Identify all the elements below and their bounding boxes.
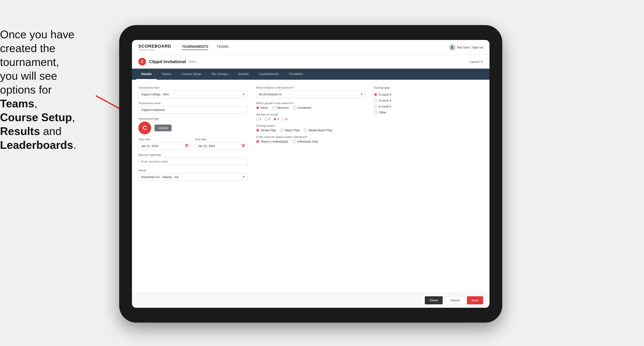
division-select[interactable]: NCAA Division III bbox=[256, 91, 365, 98]
scoring-stroke-label: Stroke Play bbox=[261, 129, 276, 132]
venue-select[interactable]: Peachtree GC - Atlanta - GA bbox=[138, 173, 248, 181]
gender-mens-radio[interactable] bbox=[256, 106, 260, 109]
format-5count4-option[interactable]: 5 count 4 bbox=[374, 93, 483, 96]
gender-mens-option[interactable]: Mens bbox=[256, 106, 268, 109]
individuals-only-option[interactable]: Individuals Only bbox=[292, 140, 318, 143]
gender-combined-option[interactable]: Combined bbox=[293, 106, 311, 109]
tournament-name-group: Tournament name bbox=[138, 102, 248, 114]
nav-tournaments[interactable]: TOURNAMENTS bbox=[182, 45, 208, 50]
tab-teams[interactable]: Teams bbox=[157, 69, 176, 80]
logo-title: SCOREBOARD bbox=[138, 44, 171, 49]
scoring-stroke-radio[interactable] bbox=[256, 129, 260, 132]
individuals-only-label: Individuals Only bbox=[297, 140, 318, 143]
rounds-label: Number of rounds bbox=[256, 113, 365, 116]
tabs-bar: Details Teams Course Setup Tee Groups Re… bbox=[132, 69, 490, 80]
rounds-radio-group: 1 2 3 4 bbox=[256, 117, 365, 121]
round-1-radio[interactable] bbox=[256, 118, 259, 121]
scoring-label: Scoring system bbox=[256, 124, 365, 127]
logo-upload-row: C Upload bbox=[138, 122, 248, 134]
delete-button[interactable]: Delete bbox=[425, 296, 443, 304]
end-date-calendar-icon: 📅 bbox=[241, 144, 246, 148]
round-4-radio[interactable] bbox=[282, 118, 285, 121]
scoring-match-radio[interactable] bbox=[280, 129, 284, 132]
scoring-match-label: Match Play bbox=[285, 129, 300, 132]
round-3-radio[interactable] bbox=[274, 118, 276, 121]
gender-womens-radio[interactable] bbox=[272, 106, 276, 109]
round-4-option[interactable]: 4 bbox=[282, 117, 288, 121]
gender-womens-option[interactable]: Womens bbox=[272, 106, 289, 109]
logo-sub: Powered by clippd bbox=[138, 49, 171, 51]
round-2-option[interactable]: 2 bbox=[265, 117, 270, 121]
teams-group: Is this event for Teams and/or Individua… bbox=[256, 135, 365, 143]
tournament-name: Clippd Invitational bbox=[149, 59, 186, 64]
format-6count5-option[interactable]: 6 count 5 bbox=[374, 105, 483, 108]
format-6count5-label: 6 count 5 bbox=[379, 105, 392, 108]
format-other-radio[interactable] bbox=[374, 111, 377, 114]
gender-mens-label: Mens bbox=[261, 106, 268, 109]
round-3-option[interactable]: 3 bbox=[274, 117, 279, 121]
top-nav: SCOREBOARD Powered by clippd TOURNAMENTS… bbox=[132, 40, 490, 55]
scoring-radio-group: Stroke Play Match Play Medal Match Play bbox=[256, 129, 365, 132]
gender-combined-radio[interactable] bbox=[293, 106, 296, 109]
format-other-option[interactable]: Other bbox=[374, 111, 483, 114]
logo-preview: C bbox=[138, 122, 151, 134]
venue-group: Venue Peachtree GC - Atlanta - GA bbox=[138, 169, 248, 181]
start-date-input[interactable] bbox=[138, 142, 191, 150]
nav-links: TOURNAMENTS TEAMS bbox=[182, 45, 449, 50]
start-date-group: Start date 📅 bbox=[138, 138, 191, 150]
tournament-logo-group: Tournament logo C Upload bbox=[138, 117, 248, 134]
dates-row: Start date 📅 End date 📅 bbox=[138, 138, 248, 150]
individuals-only-radio[interactable] bbox=[292, 140, 296, 143]
cancel-header-button[interactable]: Cancel ✕ bbox=[470, 60, 483, 64]
scoring-medal-option[interactable]: Medal Match Play bbox=[304, 129, 332, 132]
tournament-host-select[interactable]: Clippd College - Men bbox=[138, 91, 248, 98]
sign-out-link[interactable]: Sign out bbox=[472, 46, 483, 49]
nav-teams[interactable]: TEAMS bbox=[217, 45, 228, 50]
venue-label: Venue bbox=[138, 169, 248, 172]
teams-label: Is this event for Teams and/or Individua… bbox=[256, 135, 365, 139]
tab-course-setup[interactable]: Course Setup bbox=[176, 69, 206, 80]
middle-column: Which division is the event for? NCAA Di… bbox=[256, 86, 365, 181]
format-6count4-option[interactable]: 6 count 4 bbox=[374, 99, 483, 102]
round-2-radio[interactable] bbox=[265, 118, 268, 121]
scoring-match-option[interactable]: Match Play bbox=[280, 129, 300, 132]
gender-womens-label: Womens bbox=[277, 106, 289, 109]
format-5count4-radio[interactable] bbox=[374, 93, 377, 96]
tournament-name-input[interactable] bbox=[138, 106, 248, 114]
scoring-medal-radio[interactable] bbox=[304, 129, 307, 132]
round-1-option[interactable]: 1 bbox=[256, 117, 261, 121]
tournament-icon: C bbox=[138, 58, 146, 65]
teams-plus-option[interactable]: Teams (+Individuals) bbox=[256, 140, 288, 143]
upload-button[interactable]: Upload bbox=[154, 125, 172, 131]
tournament-host-group: Tournament Host Clippd College - Men bbox=[138, 86, 248, 98]
round-2-label: 2 bbox=[268, 117, 270, 121]
sponsor-input[interactable] bbox=[138, 158, 248, 165]
right-column: Format type 5 count 4 6 count 4 6 count … bbox=[374, 86, 483, 181]
scoring-stroke-option[interactable]: Stroke Play bbox=[256, 129, 276, 132]
format-6count4-radio[interactable] bbox=[374, 99, 377, 102]
tab-details[interactable]: Details bbox=[136, 69, 157, 80]
bottom-bar: Delete Cancel Save bbox=[132, 293, 490, 308]
tournament-host-label: Tournament Host bbox=[138, 86, 248, 89]
gender-label: Which gender is the event for? bbox=[256, 102, 365, 105]
tab-results[interactable]: Results bbox=[233, 69, 254, 80]
end-date-group: End date 📅 bbox=[195, 138, 248, 150]
tab-tee-groups[interactable]: Tee Groups bbox=[206, 69, 233, 80]
user-label: Test User | bbox=[457, 46, 471, 49]
scoring-medal-label: Medal Match Play bbox=[308, 129, 332, 132]
tab-printables[interactable]: Printables bbox=[284, 69, 308, 80]
form-grid: Tournament Host Clippd College - Men Tou… bbox=[138, 86, 483, 181]
left-column: Tournament Host Clippd College - Men Tou… bbox=[138, 86, 248, 181]
round-4-label: 4 bbox=[286, 117, 288, 121]
format-6count5-radio[interactable] bbox=[374, 105, 377, 108]
teams-plus-radio[interactable] bbox=[256, 140, 260, 143]
tablet-screen: SCOREBOARD Powered by clippd TOURNAMENTS… bbox=[132, 40, 490, 308]
tab-leaderboards[interactable]: Leaderboards bbox=[254, 69, 284, 80]
main-content: Tournament Host Clippd College - Men Tou… bbox=[132, 80, 490, 293]
save-button[interactable]: Save bbox=[467, 296, 483, 304]
end-date-row: 📅 bbox=[195, 142, 248, 150]
end-date-input[interactable] bbox=[195, 142, 248, 150]
cancel-button[interactable]: Cancel bbox=[445, 296, 464, 304]
gender-group: Which gender is the event for? Mens Wome… bbox=[256, 102, 365, 109]
avatar: 👤 bbox=[449, 44, 456, 51]
